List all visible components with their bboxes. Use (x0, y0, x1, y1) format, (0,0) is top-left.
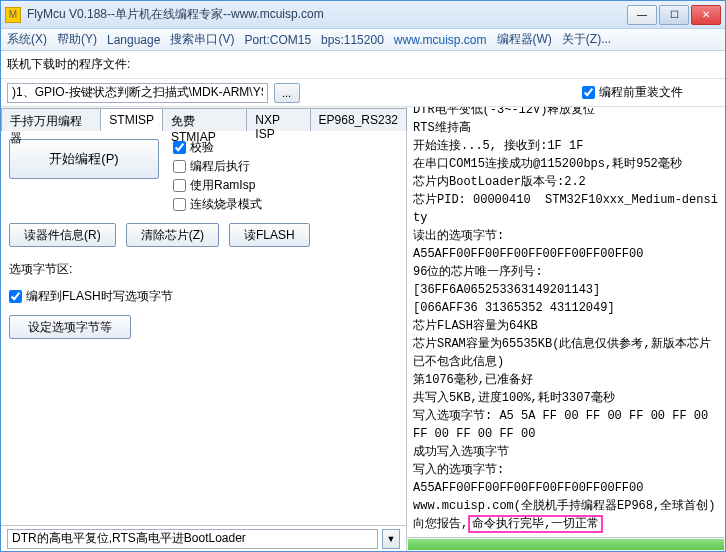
tab-stmisp[interactable]: STMISP (100, 108, 163, 131)
window-buttons: — ☐ ✕ (625, 5, 721, 25)
log-line: 芯片SRAM容量为65535KB(此信息仅供参考,新版本芯片已不包含此信息) (413, 335, 719, 371)
tab-nxpisp[interactable]: NXP ISP (246, 108, 310, 131)
log-line: 开始连接...5, 接收到:1F 1F (413, 137, 719, 155)
cont-burn-checkbox[interactable] (173, 198, 186, 211)
menu-search-port[interactable]: 搜索串口(V) (170, 31, 234, 48)
menu-language[interactable]: Language (107, 33, 160, 47)
run-after-checkbox[interactable] (173, 160, 186, 173)
menubar: 系统(X) 帮助(Y) Language 搜索串口(V) Port:COM15 … (1, 29, 725, 51)
reset-mode-input[interactable] (7, 529, 378, 549)
menu-site-link[interactable]: www.mcuisp.com (394, 33, 487, 47)
log-line: A55AFF00FF00FF00FF00FF00FF00FF00 (413, 479, 719, 497)
log-line: 成功写入选项字节 (413, 443, 719, 461)
log-line: A55AFF00FF00FF00FF00FF00FF00FF00 (413, 245, 719, 263)
read-device-info-button[interactable]: 读器件信息(R) (9, 223, 116, 247)
progress-fill (408, 539, 724, 550)
right-panel: RTS置高(+3~+12V),选择进入BootLoader...延时100毫秒D… (407, 107, 725, 551)
menu-system[interactable]: 系统(X) (7, 31, 47, 48)
option-bytes-section-label: 选项字节区: (9, 261, 398, 278)
log-line: 96位的芯片唯一序列号: (413, 263, 719, 281)
tab-strip: 手持万用编程器 STMISP 免费STMIAP NXP ISP EP968_RS… (1, 107, 406, 131)
log-line: 读出的选项字节: (413, 227, 719, 245)
ramisp-label[interactable]: 使用RamIsp (173, 177, 262, 194)
tab-body-stmisp: 开始编程(P) 校验 编程后执行 使用RamIsp 连续烧录模式 读器件信息(R… (1, 131, 406, 525)
set-option-bytes-button[interactable]: 设定选项字节等 (9, 315, 131, 339)
reload-before-program-text: 编程前重装文件 (599, 84, 683, 101)
menu-about[interactable]: 关于(Z)... (562, 31, 611, 48)
write-option-bytes-checkbox[interactable] (9, 290, 22, 303)
reset-mode-bar: ▼ (1, 525, 406, 551)
start-program-button[interactable]: 开始编程(P) (9, 139, 159, 179)
reload-before-program-checkbox[interactable] (582, 86, 595, 99)
log-line: 写入的选项字节: (413, 461, 719, 479)
file-path-input-row: ... 编程前重装文件 (1, 79, 725, 107)
menu-bps[interactable]: bps:115200 (321, 33, 384, 47)
log-line: 写入选项字节: A5 5A FF 00 FF 00 FF 00 FF 00 FF… (413, 407, 719, 443)
log-line: DTR电平变低(-3~-12V)释放复位 (413, 107, 719, 119)
browse-button[interactable]: ... (274, 83, 300, 103)
titlebar: M FlyMcu V0.188--单片机在线编程专家--www.mcuisp.c… (1, 1, 725, 29)
log-line-final: www.mcuisp.com(全脱机手持编程器EP968,全球首创)向您报告,命… (413, 497, 719, 533)
menu-programmer[interactable]: 编程器(W) (497, 31, 552, 48)
left-panel: 手持万用编程器 STMISP 免费STMIAP NXP ISP EP968_RS… (1, 107, 407, 551)
reload-before-program-label[interactable]: 编程前重装文件 (582, 84, 683, 101)
tab-stmiap[interactable]: 免费STMIAP (162, 108, 247, 131)
log-line: 共写入5KB,进度100%,耗时3307毫秒 (413, 389, 719, 407)
log-line: 第1076毫秒,已准备好 (413, 371, 719, 389)
reset-mode-dropdown-button[interactable]: ▼ (382, 529, 400, 549)
log-line: 芯片内BootLoader版本号:2.2 (413, 173, 719, 191)
main-area: 手持万用编程器 STMISP 免费STMIAP NXP ISP EP968_RS… (1, 107, 725, 551)
tab-ep968[interactable]: EP968_RS232 (310, 108, 407, 131)
file-path-input[interactable] (7, 83, 268, 103)
window-title: FlyMcu V0.188--单片机在线编程专家--www.mcuisp.com (27, 6, 625, 23)
write-option-bytes-label[interactable]: 编程到FLASH时写选项字节 (9, 288, 398, 305)
log-line: RTS维持高 (413, 119, 719, 137)
option-checkboxes: 校验 编程后执行 使用RamIsp 连续烧录模式 (173, 139, 262, 213)
maximize-button[interactable]: ☐ (659, 5, 689, 25)
log-highlight: 命令执行完毕,一切正常 (468, 515, 603, 533)
tab-handheld[interactable]: 手持万用编程器 (1, 108, 101, 131)
log-line: 芯片PID: 00000410 STM32F10xxx_Medium-densi… (413, 191, 719, 227)
read-flash-button[interactable]: 读FLASH (229, 223, 310, 247)
log-line: [066AFF36 31365352 43112049] (413, 299, 719, 317)
erase-chip-button[interactable]: 清除芯片(Z) (126, 223, 219, 247)
menu-help[interactable]: 帮助(Y) (57, 31, 97, 48)
log-line: 在串口COM15连接成功@115200bps,耗时952毫秒 (413, 155, 719, 173)
close-button[interactable]: ✕ (691, 5, 721, 25)
minimize-button[interactable]: — (627, 5, 657, 25)
run-after-label[interactable]: 编程后执行 (173, 158, 262, 175)
app-icon: M (5, 7, 21, 23)
log-line: 芯片FLASH容量为64KB (413, 317, 719, 335)
app-window: M FlyMcu V0.188--单片机在线编程专家--www.mcuisp.c… (0, 0, 726, 552)
log-output[interactable]: RTS置高(+3~+12V),选择进入BootLoader...延时100毫秒D… (407, 107, 725, 537)
progress-bar (407, 537, 725, 551)
menu-port[interactable]: Port:COM15 (244, 33, 311, 47)
file-path-label: 联机下载时的程序文件: (7, 56, 130, 73)
file-path-row: 联机下载时的程序文件: (1, 51, 725, 79)
log-line: [36FF6A065253363149201143] (413, 281, 719, 299)
ramisp-checkbox[interactable] (173, 179, 186, 192)
cont-burn-label[interactable]: 连续烧录模式 (173, 196, 262, 213)
